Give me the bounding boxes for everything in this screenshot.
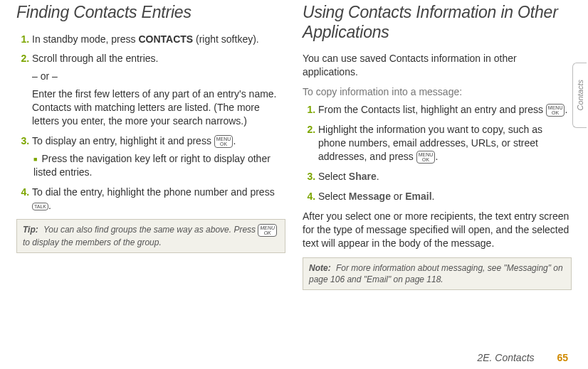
text: . (435, 151, 438, 162)
sub-bullet: Press the navigation key left or right t… (33, 152, 285, 179)
text: . (377, 171, 379, 182)
right-intro: You can use saved Contacts information i… (303, 52, 572, 79)
text: To dial the entry, highlight the phone n… (32, 186, 275, 198)
text: . (432, 191, 435, 202)
tip-text: You can also find groups the same way as… (43, 225, 258, 235)
left-step-3: To display an entry, highlight it and pr… (32, 134, 285, 179)
text: or (391, 191, 405, 202)
left-column: Finding Contacts Entries In standby mode… (16, 3, 285, 290)
right-step-4: Select Message or Email. (318, 190, 572, 203)
step-sub: Enter the first few letters of any part … (32, 87, 285, 128)
right-subhead: To copy information into a message: (303, 86, 572, 97)
text: Scroll through all the entries. (32, 53, 158, 64)
text: In standby mode, press (32, 33, 138, 45)
left-step-1: In standby mode, press CONTACTS (right s… (32, 33, 285, 46)
text: . (233, 135, 236, 146)
note-label: Note: (309, 263, 331, 273)
message-label: Message (349, 191, 391, 202)
right-step-1: From the Contacts list, highlight an ent… (318, 103, 572, 117)
right-step-3: Select Share. (318, 170, 572, 183)
or-divider: – or – (32, 70, 285, 83)
tip-text: to display the members of the group. (23, 237, 162, 247)
menu-ok-key-icon: MENUOK (258, 224, 277, 237)
text: Select (318, 191, 349, 202)
tip-label: Tip: (23, 225, 38, 235)
footer-chapter: 2E. Contacts (477, 352, 534, 363)
right-column: Using Contacts Information in Other Appl… (303, 3, 572, 290)
talk-key-icon: TALK (32, 203, 48, 210)
menu-ok-key-icon: MENUOK (546, 104, 565, 117)
left-step-2: Scroll through all the entries. – or – E… (32, 52, 285, 127)
softkey-contacts: CONTACTS (138, 33, 193, 45)
menu-ok-key-icon: MENUOK (416, 151, 436, 164)
menu-ok-key-icon: MENUOK (214, 135, 233, 148)
left-steps: In standby mode, press CONTACTS (right s… (16, 33, 285, 213)
side-tab-label: Contacts (576, 80, 584, 110)
email-label: Email (405, 191, 431, 202)
tip-box: Tip: You can also find groups the same w… (16, 219, 285, 253)
right-step-2: Highlight the information you want to co… (318, 123, 572, 164)
text: From the Contacts list, highlight an ent… (318, 104, 546, 115)
share-label: Share (349, 171, 377, 182)
page-footer: 2E. Contacts 65 (477, 352, 568, 363)
note-box: Note: For more information about messagi… (303, 257, 572, 290)
side-tab: Contacts (572, 63, 587, 128)
text: . (48, 200, 51, 211)
text: . (565, 104, 567, 115)
sub-bullet-list: Press the navigation key left or right t… (32, 152, 285, 179)
text: Select (318, 171, 349, 182)
left-title: Finding Contacts Entries (16, 3, 285, 23)
right-after: After you select one or more recipients,… (303, 210, 572, 250)
text: (right softkey). (193, 33, 259, 45)
note-text: For more information about messaging, se… (309, 263, 563, 284)
footer-pagenum: 65 (557, 352, 568, 363)
text: To display an entry, highlight it and pr… (32, 135, 214, 146)
left-step-4: To dial the entry, highlight the phone n… (32, 186, 285, 213)
right-title: Using Contacts Information in Other Appl… (303, 3, 572, 42)
right-steps: From the Contacts list, highlight an ent… (303, 103, 572, 203)
